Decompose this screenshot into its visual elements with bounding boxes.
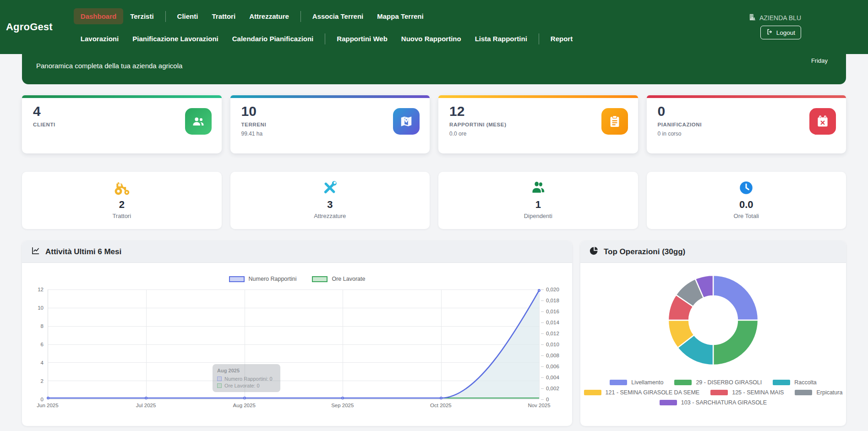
- data-point-marker[interactable]: [243, 397, 246, 399]
- stat-card-terreni[interactable]: 10TERRENI99.41 ha: [230, 95, 430, 153]
- clock-icon: [647, 178, 846, 197]
- mini-card-trattori[interactable]: 2Trattori: [22, 172, 222, 229]
- donut-legend-swatch: [674, 380, 692, 385]
- nav-item-rapportini-web[interactable]: Rapportini Web: [330, 31, 394, 47]
- nav-item-attrezzature[interactable]: Attrezzature: [242, 8, 296, 24]
- donut-legend-swatch: [610, 380, 627, 385]
- donut-legend-item-125-semina-mais[interactable]: 125 - SEMINA MAIS: [710, 389, 784, 396]
- nav-item-dashboard[interactable]: Dashboard: [74, 8, 123, 24]
- company-name: AZIENDA BLU: [748, 13, 801, 22]
- top-navigation-bar: AgroGest DashboardTerzistiClientiTrattor…: [0, 0, 868, 54]
- right-tick-label: 0,014: [541, 320, 559, 325]
- legend-item-ore-lavorate[interactable]: Ore Lavorate: [312, 276, 365, 282]
- data-point-marker[interactable]: [440, 397, 442, 399]
- nav-divider: [325, 33, 325, 44]
- right-tick-label: 0: [541, 397, 549, 402]
- stat-card-rapportini-mese[interactable]: 12RAPPORTINI (MESE)0.0 ore: [438, 95, 638, 153]
- donut-legend-row: 103 - SARCHIATURA GIRASOLE: [660, 399, 767, 406]
- right-tick-label: 0,008: [541, 353, 559, 358]
- donut-legend-label: 121 - SEMINA GIRASOLE DA SEME: [606, 389, 700, 396]
- account-area: AZIENDA BLU Logout: [748, 13, 801, 39]
- operations-panel-header: Top Operazioni (30gg): [580, 241, 846, 263]
- left-tick-label: 8: [41, 323, 44, 329]
- map-icon: [393, 108, 420, 135]
- stat-label: PIANIFICAZIONI: [658, 122, 702, 127]
- stat-label: TERRENI: [241, 122, 267, 127]
- right-tick-label: 0,010: [541, 342, 559, 347]
- calendar-icon: [809, 108, 836, 135]
- series-line-numero-rapportini: [48, 290, 539, 398]
- x-tick-label: Jun 2025: [37, 403, 58, 408]
- right-tick-label: 0,016: [541, 309, 559, 314]
- left-tick-label: 6: [41, 342, 44, 347]
- donut-slice-livellamento[interactable]: [713, 275, 758, 320]
- charts-row: Attività Ultimi 6 Mesi Numero Rapportini…: [22, 241, 846, 426]
- nav-item-pianificazione-lavorazioni[interactable]: Pianificazione Lavorazioni: [126, 31, 225, 47]
- stat-card-pianificazioni[interactable]: 0PIANIFICAZIONI0 in corso: [647, 95, 846, 153]
- chart-pie-icon: [590, 246, 599, 257]
- stat-sub: 0 in corso: [658, 131, 702, 137]
- x-tick-label: Jul 2025: [136, 403, 156, 408]
- left-tick-label: 12: [38, 287, 44, 292]
- donut-legend-item-29-diserbo-girasoli[interactable]: 29 - DISERBO GIRASOLI: [674, 379, 762, 386]
- left-tick-label: 4: [41, 360, 44, 366]
- tractor-icon: [22, 178, 222, 197]
- nav-item-mappa-terreni[interactable]: Mappa Terreni: [370, 8, 430, 24]
- mini-label: Ore Totali: [647, 213, 846, 219]
- nav-item-terzisti[interactable]: Terzisti: [123, 8, 160, 24]
- nav-item-lista-rapportini[interactable]: Lista Rapportini: [468, 31, 534, 47]
- activity-chart-panel: Attività Ultimi 6 Mesi Numero Rapportini…: [22, 241, 572, 426]
- mini-card-dipendenti[interactable]: 1Dipendenti: [438, 172, 638, 229]
- stat-card-text: 4CLIENTI: [33, 104, 55, 135]
- line-chart-plot[interactable]: Aug 2025Numero Rapportini: 0Ore Lavorate…: [48, 289, 539, 399]
- mini-card-ore-totali[interactable]: 0.0Ore Totali: [647, 172, 846, 229]
- right-axis-ticks: 0,0200,0180,0160,0140,0120,0100,0080,006…: [539, 289, 569, 399]
- right-tick-label: 0,004: [541, 375, 559, 380]
- data-point-marker[interactable]: [47, 397, 49, 399]
- app-logo[interactable]: AgroGest: [0, 21, 53, 33]
- data-point-marker[interactable]: [341, 397, 344, 399]
- stat-card-clienti[interactable]: 4CLIENTI: [22, 95, 222, 153]
- nav-item-clienti[interactable]: Clienti: [170, 8, 205, 24]
- nav-item-associa-terreni[interactable]: Associa Terreni: [306, 8, 370, 24]
- main-nav: DashboardTerzistiClientiTrattoriAttrezza…: [74, 8, 579, 47]
- left-tick-label: 10: [38, 305, 44, 311]
- nav-item-nuovo-rapportino[interactable]: Nuovo Rapportino: [394, 31, 468, 47]
- activity-panel-header: Attività Ultimi 6 Mesi: [22, 241, 572, 263]
- donut-legend-item-livellamento[interactable]: Livellamento: [610, 379, 663, 386]
- mini-cards-row: 2Trattori3Attrezzature1Dipendenti0.0Ore …: [22, 172, 846, 229]
- mini-label: Trattori: [22, 213, 222, 219]
- stat-card-body: 10TERRENI99.41 ha: [230, 98, 430, 137]
- stat-card-body: 4CLIENTI: [22, 98, 222, 135]
- activity-panel-body: Numero RapportiniOre Lavorate 121086420 …: [22, 276, 572, 410]
- data-point-marker[interactable]: [145, 397, 147, 399]
- donut-legend-swatch: [710, 390, 728, 395]
- donut-chart[interactable]: [666, 273, 760, 367]
- mini-label: Attrezzature: [230, 213, 430, 219]
- donut-legend-item-103-sarchiatura-girasole[interactable]: 103 - SARCHIATURA GIRASOLE: [660, 399, 767, 406]
- right-tick-label: 0,012: [541, 331, 559, 336]
- donut-slice-29-diserbo-girasoli[interactable]: [713, 320, 758, 365]
- donut-legend-item-raccolta[interactable]: Raccolta: [773, 379, 817, 386]
- nav-divider: [300, 11, 301, 22]
- nav-item-calendario-pianificazioni[interactable]: Calendario Pianificazioni: [225, 31, 321, 47]
- legend-item-numero-rapportini[interactable]: Numero Rapportini: [229, 276, 297, 282]
- stat-label: RAPPORTINI (MESE): [449, 122, 507, 127]
- donut-legend-item-121-semina-girasole-da-seme[interactable]: 121 - SEMINA GIRASOLE DA SEME: [584, 389, 700, 396]
- mini-value: 0.0: [647, 199, 846, 211]
- nav-item-report[interactable]: Report: [544, 31, 579, 47]
- nav-item-lavorazioni[interactable]: Lavorazioni: [74, 31, 126, 47]
- company-name-label: AZIENDA BLU: [759, 14, 801, 22]
- nav-item-trattori[interactable]: Trattori: [205, 8, 242, 24]
- line-chart: 121086420 Aug 2025Numero Rapportini: 0Or…: [27, 289, 569, 410]
- series-area-fill: [48, 290, 539, 399]
- nav-divider: [539, 33, 539, 44]
- logout-button[interactable]: Logout: [760, 26, 801, 39]
- donut-legend-label: 125 - SEMINA MAIS: [732, 389, 784, 396]
- stat-sub: 99.41 ha: [241, 131, 267, 137]
- x-tick-label: Sep 2025: [331, 403, 354, 408]
- donut-legend-item-erpicatura[interactable]: Erpicatura: [795, 389, 842, 396]
- left-tick-label: 0: [41, 397, 44, 402]
- mini-card-attrezzature[interactable]: 3Attrezzature: [230, 172, 430, 229]
- donut-legend-label: Raccolta: [794, 379, 817, 386]
